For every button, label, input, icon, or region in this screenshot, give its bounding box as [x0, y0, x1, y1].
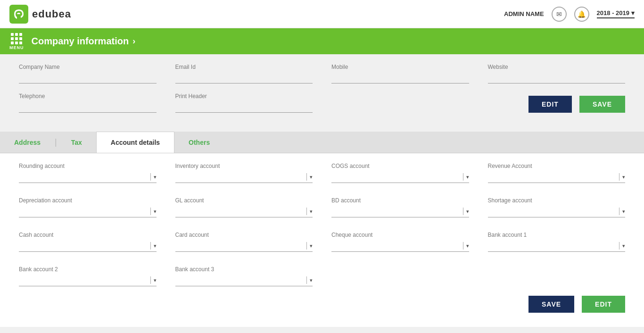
dropdown-separator — [150, 276, 151, 284]
account-label-cogs-account: COGS account — [331, 163, 469, 169]
save-button-top[interactable]: SAVE — [579, 96, 625, 113]
dropdown-arrow-icon[interactable]: ▾ — [466, 174, 469, 180]
account-dropdown-bank-account-2[interactable]: ▾ — [19, 275, 157, 286]
telephone-field: Telephone — [19, 93, 157, 113]
account-field-gl-account: GL account ▾ — [175, 197, 313, 217]
account-dropdown-revenue-account[interactable]: ▾ — [488, 171, 626, 183]
company-name-field: Company Name — [19, 64, 157, 83]
telephone-input[interactable] — [19, 101, 157, 113]
account-field-cogs-account: COGS account ▾ — [331, 163, 469, 183]
tab-others[interactable]: Others — [174, 132, 224, 153]
account-dropdown-depreciation-account[interactable]: ▾ — [19, 206, 157, 217]
website-input[interactable] — [488, 72, 626, 83]
account-label-inventory-account: Inventory account — [175, 163, 313, 169]
dropdown-separator — [619, 208, 619, 215]
email-field: Email Id — [175, 64, 313, 83]
account-fields-grid: Rounding account ▾ Inventory account ▾ C… — [19, 163, 625, 286]
account-dropdown-rounding-account[interactable]: ▾ — [19, 171, 157, 183]
account-field-inventory-account: Inventory account ▾ — [175, 163, 313, 183]
bottom-action-buttons: SAVE EDIT — [19, 296, 625, 313]
telephone-label: Telephone — [19, 93, 157, 100]
dropdown-separator — [619, 173, 619, 181]
year-chevron-icon: ▾ — [631, 9, 635, 17]
account-label-shortage-account: Shortage account — [488, 197, 626, 204]
bell-icon[interactable]: 🔔 — [574, 7, 589, 22]
tab-account-details[interactable]: Account details — [96, 132, 174, 153]
account-dropdown-gl-account[interactable]: ▾ — [175, 206, 313, 217]
app-header: edubea ADMIN NAME ✉ 🔔 2018 - 2019 ▾ — [0, 0, 644, 28]
account-dropdown-bank-account-3[interactable]: ▾ — [175, 275, 313, 286]
mobile-input[interactable] — [331, 72, 469, 83]
account-details-section: Rounding account ▾ Inventory account ▾ C… — [0, 153, 644, 327]
account-field-depreciation-account: Depreciation account ▾ — [19, 197, 157, 217]
save-button-bottom[interactable]: SAVE — [528, 296, 574, 313]
dropdown-arrow-icon[interactable]: ▾ — [154, 277, 157, 283]
dropdown-separator — [306, 276, 307, 284]
account-dropdown-cash-account[interactable]: ▾ — [19, 240, 157, 252]
account-field-rounding-account: Rounding account ▾ — [19, 163, 157, 183]
menu-dots-grid — [11, 33, 22, 44]
dropdown-separator — [463, 208, 463, 215]
account-field-card-account: Card account ▾ — [175, 232, 313, 252]
form-row-2: Telephone Print Header EDIT SAVE — [19, 93, 625, 113]
account-label-bd-account: BD account — [331, 197, 469, 204]
logo-area: edubea — [9, 5, 71, 24]
email-label: Email Id — [175, 64, 313, 70]
dropdown-arrow-icon[interactable]: ▾ — [622, 208, 625, 215]
company-name-input[interactable] — [19, 72, 157, 83]
breadcrumb-arrow-icon: › — [132, 36, 135, 46]
dropdown-separator — [619, 242, 619, 250]
account-dropdown-cogs-account[interactable]: ▾ — [331, 171, 469, 183]
dropdown-separator — [150, 242, 151, 250]
dropdown-arrow-icon[interactable]: ▾ — [466, 243, 469, 249]
dropdown-separator — [306, 242, 307, 250]
breadcrumb: Company information › — [32, 36, 136, 47]
print-header-input[interactable] — [175, 101, 313, 113]
account-label-gl-account: GL account — [175, 197, 313, 204]
menu-button[interactable]: MENU — [9, 33, 24, 50]
dropdown-arrow-icon[interactable]: ▾ — [310, 243, 313, 249]
dropdown-arrow-icon[interactable]: ▾ — [154, 243, 157, 249]
tabs-navigation: Address | Tax Account details Others — [0, 132, 644, 153]
edit-button-bottom[interactable]: EDIT — [582, 296, 625, 313]
website-label: Website — [488, 64, 626, 70]
account-dropdown-inventory-account[interactable]: ▾ — [175, 171, 313, 183]
dropdown-separator — [150, 173, 151, 181]
dropdown-arrow-icon[interactable]: ▾ — [310, 277, 313, 283]
account-label-card-account: Card account — [175, 232, 313, 238]
account-dropdown-cheque-account[interactable]: ▾ — [331, 240, 469, 252]
print-header-field: Print Header — [175, 93, 313, 113]
dropdown-arrow-icon[interactable]: ▾ — [466, 208, 469, 215]
dropdown-arrow-icon[interactable]: ▾ — [310, 208, 313, 215]
logo-icon — [9, 5, 28, 24]
year-selector[interactable]: 2018 - 2019 ▾ — [597, 9, 635, 18]
account-label-bank-account-2: Bank account 2 — [19, 266, 157, 273]
account-dropdown-bd-account[interactable]: ▾ — [331, 206, 469, 217]
company-form-area: Company Name Email Id Mobile Website Tel… — [0, 54, 644, 132]
account-field-bank-account-3: Bank account 3 ▾ — [175, 266, 313, 286]
account-label-depreciation-account: Depreciation account — [19, 197, 157, 204]
account-label-revenue-account: Revenue Account — [488, 163, 626, 169]
account-field-cheque-account: Cheque account ▾ — [331, 232, 469, 252]
account-label-bank-account-1: Bank account 1 — [488, 232, 626, 238]
dropdown-arrow-icon[interactable]: ▾ — [622, 243, 625, 249]
tab-address[interactable]: Address — [0, 132, 55, 153]
account-field-bank-account-2: Bank account 2 ▾ — [19, 266, 157, 286]
dropdown-arrow-icon[interactable]: ▾ — [310, 174, 313, 180]
form-row-1: Company Name Email Id Mobile Website — [19, 64, 625, 83]
account-dropdown-bank-account-1[interactable]: ▾ — [488, 240, 626, 252]
edit-button-top[interactable]: EDIT — [528, 96, 572, 113]
dropdown-separator — [306, 208, 307, 215]
dropdown-arrow-icon[interactable]: ▾ — [154, 208, 157, 215]
email-input[interactable] — [175, 72, 313, 83]
account-dropdown-shortage-account[interactable]: ▾ — [488, 206, 626, 217]
breadcrumb-title: Company information — [32, 36, 129, 47]
dropdown-arrow-icon[interactable]: ▾ — [622, 174, 625, 180]
account-dropdown-card-account[interactable]: ▾ — [175, 240, 313, 252]
account-label-rounding-account: Rounding account — [19, 163, 157, 169]
account-field-cash-account: Cash account ▾ — [19, 232, 157, 252]
mobile-field: Mobile — [331, 64, 469, 83]
dropdown-arrow-icon[interactable]: ▾ — [154, 174, 157, 180]
mail-icon[interactable]: ✉ — [552, 7, 567, 22]
tab-tax[interactable]: Tax — [57, 132, 96, 153]
